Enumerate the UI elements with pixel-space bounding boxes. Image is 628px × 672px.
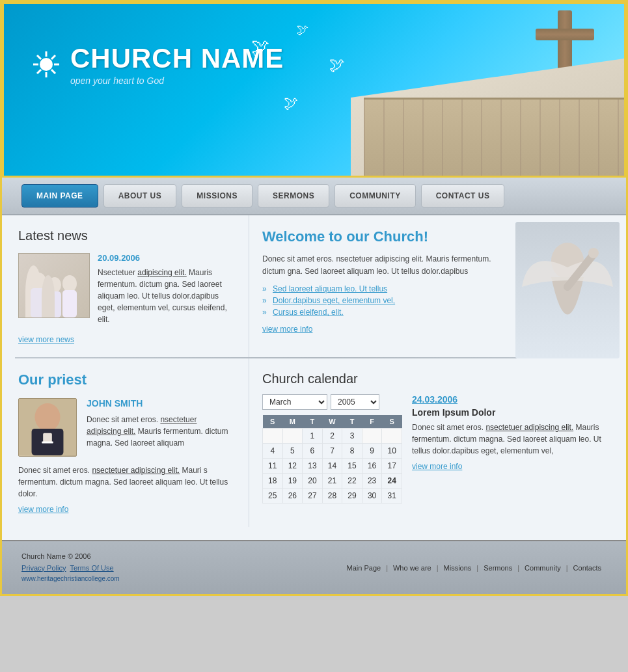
svg-rect-22 (43, 433, 52, 443)
event-desc: Donec sit amet eros. nsectetuer adipisci… (412, 422, 613, 457)
svg-line-6 (51, 70, 55, 74)
news-text: Nsectetuer adipiscing elit. Mauris ferme… (98, 267, 232, 325)
nav-community[interactable]: COMMUNITY (334, 184, 416, 208)
footer-nav-contacts[interactable]: Contacts (568, 564, 607, 572)
priest-info: JOHN SMITH Donec sit amet eros. nsectetu… (18, 398, 232, 457)
nav-main-page[interactable]: MAIN PAGE (21, 184, 98, 208)
welcome-paragraph: Donec sit amet eros. nsectetuer adipisci… (262, 253, 502, 278)
cal-header-m: M (282, 415, 303, 429)
calendar-controls: March 2005 (262, 394, 402, 410)
cal-header-t: T (303, 415, 323, 429)
calendar-event: 24.03.2006 Lorem Ipsum Dolor Donec sit a… (412, 394, 613, 504)
svg-point-9 (31, 273, 46, 291)
footer-nav-who[interactable]: Who we are (388, 564, 437, 572)
event-title: Lorem Ipsum Dolor (412, 407, 613, 418)
svg-point-20 (34, 403, 60, 431)
priest-photo (18, 398, 77, 457)
dove-icon-4: 🕊 (284, 95, 298, 112)
footer-nav-community[interactable]: Community (519, 564, 566, 572)
svg-line-5 (37, 55, 41, 59)
welcome-section: Welcome to our Church! Donec sit amet er… (249, 215, 626, 357)
welcome-links: Sed laoreet aliquam leo. Ut tellus Dolor… (262, 284, 502, 317)
nav-missions[interactable]: MISSIONS (182, 184, 253, 208)
main-content: Latest news 20.09.2006 (2, 215, 626, 357)
news-image (18, 253, 90, 318)
table-row: 18 19 20 21 22 23 24 (263, 474, 402, 489)
priest-view-more-link[interactable]: view more info (18, 505, 232, 514)
nav-sermons[interactable]: SERMONS (258, 184, 329, 208)
calendar-table: S M T W T F S (262, 415, 402, 504)
header: CHURCH NAME open your heart to God 🕊 🕊 🕊… (2, 2, 626, 178)
dove-icon-2: 🕊 (297, 23, 308, 37)
year-select[interactable]: 2005 (331, 394, 379, 410)
sun-icon (30, 48, 62, 81)
news-content: 20.09.2006 Nsectetuer adipiscing elit. M… (98, 253, 232, 325)
footer-nav-sermons[interactable]: Sermons (478, 564, 517, 572)
nav-about-us[interactable]: ABOUT US (103, 184, 177, 208)
latest-news-section: Latest news 20.09.2006 (2, 215, 249, 357)
footer-left: Church Name © 2006 Privacy Policy Terms … (21, 551, 120, 584)
terms-link[interactable]: Terms Of Use (70, 564, 113, 572)
priest-section: Our priest JOHN SMITH Donec sit amet ero… (2, 358, 249, 527)
cal-header-s: S (263, 415, 283, 429)
navigation: MAIN PAGE ABOUT US MISSIONS SERMONS COMM… (2, 178, 626, 215)
church-roof (351, 59, 624, 176)
dove-icon-3: 🕊 (329, 56, 345, 74)
privacy-link[interactable]: Privacy Policy (21, 564, 66, 572)
cal-header-f: F (362, 415, 382, 429)
footer-legal-links: Privacy Policy Terms Of Use (21, 563, 120, 574)
svg-rect-10 (31, 288, 46, 317)
table-row: 4 5 6 7 8 9 10 (263, 444, 402, 459)
event-view-more-link[interactable]: view more info (412, 462, 613, 471)
welcome-view-more-link[interactable]: view more info (262, 325, 502, 334)
event-date[interactable]: 24.03.2006 (412, 394, 613, 405)
svg-rect-12 (48, 291, 61, 317)
calendar-widget: March 2005 S M T W (262, 394, 402, 504)
welcome-link-3[interactable]: Cursus eleifend, elit. (262, 308, 502, 317)
footer-nav: Main Page | Who we are | Missions | Serm… (342, 564, 607, 572)
svg-point-13 (62, 275, 77, 292)
table-row: 25 26 27 28 29 30 31 (263, 489, 402, 504)
news-item: 20.09.2006 Nsectetuer adipiscing elit. M… (18, 253, 232, 325)
priest-body-text: Donec sit amet eros. nsectetuer adipisci… (18, 464, 232, 500)
cal-header-s2: S (382, 415, 402, 429)
svg-line-8 (37, 70, 41, 74)
calendar-title: Church calendar (262, 371, 613, 386)
footer-website: www.heritagechristiancollege.com (21, 574, 120, 584)
footer-nav-missions[interactable]: Missions (439, 564, 477, 572)
church-roof-tiles (364, 98, 624, 176)
table-row: 11 12 13 14 15 16 17 (263, 459, 402, 474)
view-more-news-link[interactable]: view more news (18, 335, 232, 344)
table-row: 1 2 3 (263, 429, 402, 444)
latest-news-title: Latest news (18, 228, 232, 243)
news-date: 20.09.2006 (98, 253, 232, 263)
cal-header-t2: T (342, 415, 362, 429)
svg-point-11 (48, 277, 61, 293)
calendar-layout: March 2005 S M T W (262, 394, 613, 504)
priest-name: JOHN SMITH (87, 398, 232, 409)
svg-line-7 (51, 55, 55, 59)
priest-desc: Donec sit amet eros. nsectetuer adipisci… (87, 414, 232, 449)
angel-image (515, 222, 620, 358)
calendar-section: Church calendar March 2005 (249, 358, 626, 527)
cal-header-w: W (322, 415, 342, 429)
bottom-section: Our priest JOHN SMITH Donec sit amet ero… (2, 358, 626, 540)
nav-contact-us[interactable]: CONTACT US (421, 184, 505, 208)
footer-nav-main[interactable]: Main Page (342, 564, 387, 572)
welcome-link-1[interactable]: Sed laoreet aliquam leo. Ut tellus (262, 284, 502, 293)
logo: CHURCH NAME open your heart to God (30, 43, 284, 86)
dove-icon-1: 🕊 (251, 36, 269, 58)
svg-rect-23 (42, 441, 53, 443)
footer: Church Name © 2006 Privacy Policy Terms … (2, 540, 626, 594)
priest-title: Our priest (18, 371, 232, 388)
month-select[interactable]: March (262, 394, 327, 410)
svg-rect-14 (62, 290, 77, 317)
priest-details: JOHN SMITH Donec sit amet eros. nsectetu… (87, 398, 232, 457)
svg-point-0 (40, 58, 53, 71)
footer-copyright: Church Name © 2006 (21, 551, 120, 563)
welcome-link-2[interactable]: Dolor.dapibus eget, elementum vel, (262, 296, 502, 305)
tagline: open your heart to God (70, 75, 284, 86)
svg-point-18 (588, 248, 599, 258)
